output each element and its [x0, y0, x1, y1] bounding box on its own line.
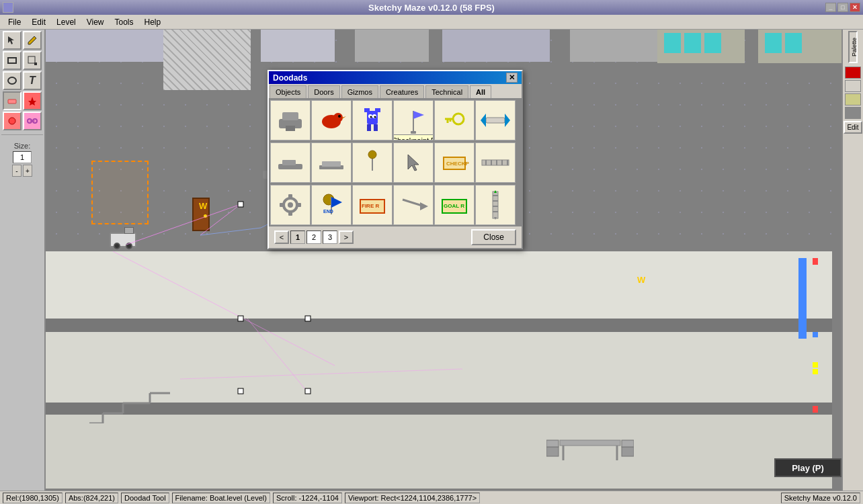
- maximize-button[interactable]: □: [837, 3, 848, 12]
- link-tool[interactable]: [23, 112, 42, 130]
- doodad-arrows[interactable]: [475, 100, 516, 140]
- svg-point-81: [288, 202, 293, 208]
- status-version: Sketchy Maze v0.12.0: [781, 493, 860, 503]
- svg-rect-38: [622, 440, 634, 447]
- pencil-tool[interactable]: [23, 31, 42, 50]
- doodad-cursor[interactable]: [393, 142, 434, 183]
- palette-label: Palette: [848, 31, 858, 63]
- dialog-title-bar[interactable]: Doodads ✕: [269, 71, 522, 84]
- doodad-tech-rail[interactable]: [475, 142, 516, 183]
- close-button[interactable]: ✕: [850, 3, 860, 12]
- doodad-tech-vertical[interactable]: [475, 185, 516, 225]
- select-tool[interactable]: [3, 31, 22, 50]
- doodad-arrow-wedge[interactable]: [393, 185, 434, 225]
- blue-scroll-bar[interactable]: [798, 258, 807, 339]
- doodad-tool[interactable]: [3, 112, 22, 130]
- page-prev[interactable]: <: [274, 230, 289, 244]
- color-yellow[interactable]: [845, 93, 861, 106]
- left-toolbar: T Size: 1 - +: [0, 30, 46, 491]
- platform-top-4: [442, 30, 550, 62]
- svg-rect-82: [288, 194, 292, 200]
- platform-top-3: [355, 30, 429, 62]
- tab-all[interactable]: All: [470, 85, 491, 98]
- palette-edit-button[interactable]: Edit: [844, 121, 862, 134]
- doodad-flat-anvil-2[interactable]: [311, 142, 352, 183]
- app-icon: [3, 2, 13, 13]
- doodad-checkpoint-flag[interactable]: Checkpoint Flag: [393, 100, 434, 140]
- dialog-footer: < 1 2 3 > Close: [269, 226, 522, 248]
- tab-technical[interactable]: Technical: [425, 85, 468, 98]
- svg-rect-41: [286, 126, 295, 131]
- menu-file[interactable]: File: [3, 16, 26, 28]
- page-next[interactable]: >: [339, 230, 354, 244]
- svg-rect-4: [8, 99, 16, 103]
- tab-objects[interactable]: Objects: [270, 85, 306, 98]
- color-gray[interactable]: [845, 107, 861, 119]
- svg-text:GOAL R: GOAL R: [444, 203, 464, 209]
- svg-rect-1: [28, 56, 35, 63]
- minimize-button[interactable]: _: [825, 3, 836, 12]
- dialog-tabs: Objects Doors Gizmos Creatures Technical…: [269, 84, 522, 99]
- floor-area-1: [46, 251, 832, 325]
- checkpoint-flag-tooltip: Checkpoint Flag: [393, 134, 434, 140]
- doodad-goal[interactable]: GOAL R: [434, 185, 475, 225]
- tab-doors[interactable]: Doors: [308, 85, 339, 98]
- menu-tools[interactable]: Tools: [110, 16, 139, 28]
- floor-2: [46, 319, 832, 332]
- yellow-marker: [813, 362, 818, 368]
- page-1[interactable]: 1: [290, 230, 305, 244]
- page-2[interactable]: 2: [306, 230, 321, 244]
- svg-text:END: END: [323, 209, 333, 214]
- size-increase[interactable]: +: [23, 165, 32, 177]
- doodad-gear[interactable]: [270, 185, 311, 225]
- svg-point-54: [374, 116, 376, 118]
- svg-point-43: [333, 113, 343, 122]
- selection-box: [91, 161, 149, 224]
- svg-rect-83: [288, 210, 292, 216]
- doodad-fire[interactable]: FIRE R: [352, 185, 393, 225]
- menu-view[interactable]: View: [81, 16, 110, 28]
- svg-marker-64: [481, 114, 486, 127]
- svg-marker-56: [413, 111, 424, 119]
- rect-tool[interactable]: [3, 51, 22, 70]
- size-decrease[interactable]: -: [12, 165, 22, 177]
- text-tool[interactable]: T: [23, 71, 42, 90]
- ellipse-tool[interactable]: [3, 71, 22, 90]
- menu-help[interactable]: Help: [139, 16, 167, 28]
- tab-creatures[interactable]: Creatures: [380, 85, 424, 98]
- svg-rect-40: [282, 112, 298, 120]
- doodad-end-flag[interactable]: END: [311, 185, 352, 225]
- menu-edit[interactable]: Edit: [26, 16, 51, 28]
- size-label: Size:: [14, 142, 30, 150]
- svg-rect-84: [280, 203, 285, 207]
- close-button[interactable]: Close: [471, 229, 516, 245]
- game-canvas[interactable]: W W W Doodads ✕: [46, 30, 841, 491]
- dialog-close-button[interactable]: ✕: [506, 73, 518, 83]
- svg-rect-0: [8, 58, 16, 63]
- doodad-red-bird[interactable]: [311, 100, 352, 140]
- window-1: [664, 33, 681, 53]
- right-palette: Palette Edit: [841, 30, 863, 491]
- play-button[interactable]: Play (P): [774, 458, 841, 477]
- paint-tool[interactable]: [23, 91, 42, 110]
- doodad-flat-anvil[interactable]: [270, 142, 311, 183]
- svg-point-53: [370, 116, 372, 118]
- resize-tool[interactable]: [23, 51, 42, 70]
- svg-rect-66: [282, 160, 296, 165]
- tab-gizmos[interactable]: Gizmos: [341, 85, 378, 98]
- doodad-ball[interactable]: [352, 142, 393, 183]
- menu-bar: File Edit Level View Tools Help: [0, 15, 863, 30]
- page-3[interactable]: 3: [323, 230, 337, 244]
- doodad-key[interactable]: [434, 100, 475, 140]
- doodad-anvil[interactable]: [270, 100, 311, 140]
- color-light[interactable]: [845, 80, 861, 92]
- svg-text:FIRE R: FIRE R: [362, 203, 379, 209]
- dialog-title: Doodads: [273, 73, 307, 83]
- menu-level[interactable]: Level: [51, 16, 81, 28]
- doodad-blue-creature[interactable]: [352, 100, 393, 140]
- svg-marker-93: [420, 202, 428, 210]
- color-red[interactable]: [845, 67, 861, 79]
- blue-marker: [813, 332, 818, 337]
- erase-tool[interactable]: [3, 91, 22, 110]
- doodad-checkpoint-sign[interactable]: CHECKP: [434, 142, 475, 183]
